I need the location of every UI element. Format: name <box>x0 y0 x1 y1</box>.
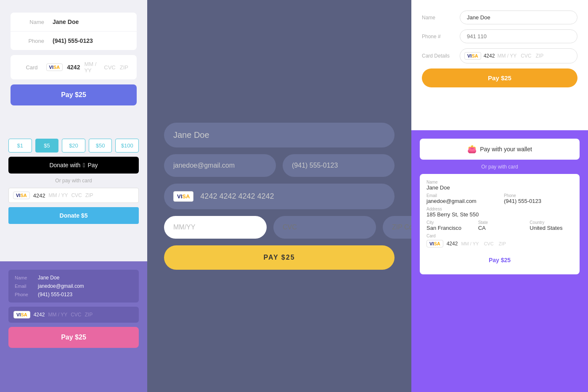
email-label: Email <box>426 193 495 198</box>
phone-label: Phone # <box>422 34 456 39</box>
phone-label: Phone <box>15 292 34 297</box>
card-number: 4242 4242 4242 4242 <box>200 192 274 201</box>
card-details-box: VISA 4242 MM / YY CVC ZIP <box>460 48 577 63</box>
pay-button[interactable]: Pay $25 <box>11 84 137 105</box>
amount-100[interactable]: $100 <box>115 139 139 153</box>
phone-value: (941) 555-0123 <box>504 198 573 204</box>
city-col: City San Francisco <box>426 220 470 231</box>
pay-button[interactable]: PAY $25 <box>164 245 395 270</box>
country-value: United States <box>530 225 573 231</box>
country-col: Country United States <box>530 220 573 231</box>
email-label: Email <box>15 284 34 289</box>
apple-icon:  <box>83 162 85 168</box>
name-col: Name Jane Doe <box>426 180 573 191</box>
cvc-ph: CVC <box>521 53 531 59</box>
mmyy-placeholder: MM / YY <box>84 61 100 74</box>
phone-col: Phone (941) 555-0123 <box>504 193 573 204</box>
panel-simple-white: Name Jane Doe Phone (941) 555-0123 Card … <box>0 0 147 130</box>
city-value: San Francisco <box>426 225 470 231</box>
card-row: Card Details VISA 4242 MM / YY CVC ZIP <box>422 48 577 63</box>
email-col: Email janedoe@gmail.com <box>426 193 495 204</box>
name-label: Name <box>426 180 573 184</box>
apple-pay-button[interactable]: Donate with  Pay <box>8 157 139 174</box>
name-label: Name <box>19 19 44 25</box>
name-row: Name Jane Doe <box>426 180 573 191</box>
card-input-row: VISA 4242 MM / YY CVC ZIP <box>8 188 139 203</box>
card-number: 4242 <box>447 241 458 247</box>
panel-wallet: 👛 Pay with your wallet Or pay with card … <box>411 130 588 392</box>
phone-value: (941) 555-0123 <box>53 37 93 44</box>
phone-row: Phone (941) 555-0123 <box>11 32 137 50</box>
pay-button[interactable]: Pay $25 <box>426 252 573 268</box>
mmyy-ph: MM / YY <box>49 192 68 198</box>
cvc-ph: CVC <box>71 312 81 318</box>
amount-1[interactable]: $1 <box>8 139 32 153</box>
pay-label: Pay <box>87 162 98 168</box>
purple-info-panel: Name Jane Doe Email janedoe@gmail.com Ph… <box>0 261 147 392</box>
zip-ph: ZIP <box>85 192 93 198</box>
or-text: Or pay with card <box>420 164 580 170</box>
pay-button[interactable]: Pay $25 <box>422 68 577 87</box>
visa-icon: VISA <box>13 311 30 318</box>
name-row: Name Jane Doe <box>11 13 137 32</box>
card-number: 4242 <box>484 53 495 59</box>
panel-rounded-form: Name Phone # Card Details VISA 4242 MM /… <box>411 0 588 130</box>
info-box: Name Jane Doe Email janedoe@gmail.com Ph… <box>8 270 139 303</box>
address-label: Address <box>426 207 573 211</box>
phone-label: Phone <box>19 38 44 44</box>
name-input[interactable] <box>164 123 395 147</box>
visa-icon: VISA <box>173 191 193 202</box>
name-label: Name <box>422 15 456 21</box>
phone-label: Phone <box>504 193 573 198</box>
card-row: Card VISA 4242 MM / YY CVC ZIP <box>11 55 137 79</box>
name-info-row: Name Jane Doe <box>15 275 132 281</box>
donate-button[interactable]: Donate $5 <box>8 207 139 224</box>
expiry-row <box>164 216 395 239</box>
visa-icon: VISA <box>46 63 63 71</box>
amount-5[interactable]: $5 <box>35 139 59 153</box>
card-label: Card <box>19 64 38 71</box>
donate-with-label: Donate with <box>49 162 80 168</box>
amount-20[interactable]: $20 <box>62 139 85 153</box>
email-phone-row <box>164 154 395 177</box>
card-label: Card Details <box>422 53 456 59</box>
phone-input[interactable] <box>283 154 395 177</box>
email-value: janedoe@gmail.com <box>426 198 495 204</box>
or-text: Or pay with card <box>8 178 139 184</box>
cvc-placeholder: CVC <box>104 64 115 71</box>
card-placeholders: MM / YY CVC ZIP <box>497 53 543 59</box>
zip-ph: ZIP <box>536 53 544 59</box>
wallet-icon: 👛 <box>467 145 477 154</box>
mmyy-ph: MM / YY <box>497 53 516 59</box>
state-value: CA <box>478 225 522 231</box>
name-row: Name <box>422 11 577 24</box>
wallet-button[interactable]: 👛 Pay with your wallet <box>420 139 580 160</box>
cvc-input[interactable] <box>273 216 376 239</box>
address-col: Address 185 Berry St, Ste 550 <box>426 207 573 218</box>
visa-icon: VISA <box>13 192 30 199</box>
name-value: Jane Doe <box>38 275 59 281</box>
card-row: Card VISA 4242 MM / YY CVC ZIP <box>426 234 573 247</box>
name-phone-box: Name Jane Doe Phone (941) 555-0123 <box>11 13 137 50</box>
email-input[interactable] <box>164 154 276 177</box>
card-placeholders: MM / YY CVC ZIP <box>461 241 506 246</box>
name-input[interactable] <box>460 11 577 24</box>
panel-large-center: VISA 4242 4242 4242 4242 PAY $25 <box>147 0 411 392</box>
cvc-ph: CVC <box>71 192 82 198</box>
name-value: Jane Doe <box>53 18 79 25</box>
phone-input[interactable] <box>460 29 577 43</box>
mmyy-input[interactable] <box>164 216 267 239</box>
phone-row: Phone # <box>422 29 577 43</box>
pay-button[interactable]: Pay $25 <box>8 327 139 348</box>
country-label: Country <box>530 220 573 225</box>
email-info-row: Email janedoe@gmail.com <box>15 283 132 289</box>
cvc-ph: CVC <box>484 241 493 246</box>
donate-panel: $1 $5 $20 $50 $100 Donate with  Pay Or … <box>0 130 147 261</box>
address-value: 185 Berry St, Ste 550 <box>426 211 573 218</box>
name-value: Jane Doe <box>426 184 573 191</box>
email-phone-row: Email janedoe@gmail.com Phone (941) 555-… <box>426 193 573 204</box>
amount-50[interactable]: $50 <box>89 139 112 153</box>
state-col: State CA <box>478 220 522 231</box>
wallet-label: Pay with your wallet <box>480 146 532 153</box>
mmyy-ph: MM / YY <box>461 241 479 246</box>
